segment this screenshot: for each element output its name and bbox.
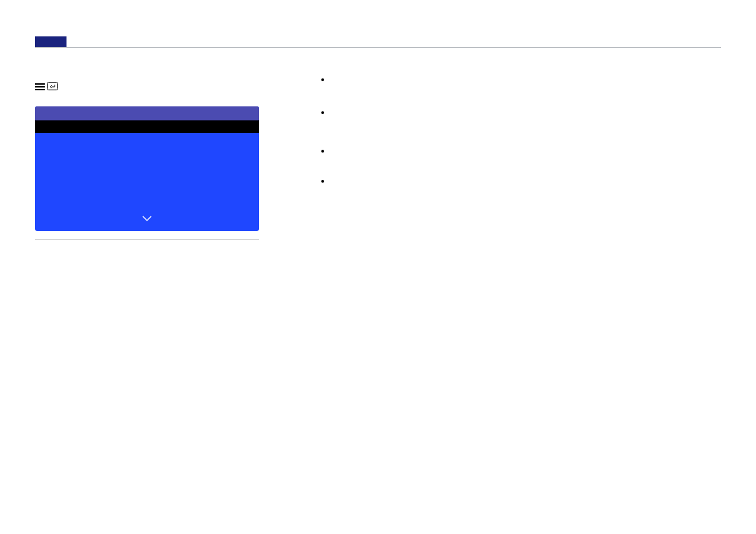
settings-row-game-mode[interactable] bbox=[35, 133, 259, 146]
chevron-down-icon bbox=[142, 211, 152, 223]
option-line-max-energy bbox=[321, 73, 721, 81]
option-line-safety-lock bbox=[321, 175, 721, 183]
option-line-game-mode bbox=[321, 106, 721, 114]
option-line-auto-power bbox=[321, 145, 721, 153]
menu-icon bbox=[35, 83, 45, 92]
enter-icon bbox=[47, 82, 58, 92]
breadcrumb bbox=[35, 82, 259, 92]
bullet-icon bbox=[321, 78, 324, 81]
settings-row-network-standby[interactable] bbox=[35, 196, 259, 209]
bullet-icon bbox=[321, 180, 324, 183]
settings-panel-title bbox=[35, 106, 259, 120]
svg-rect-2 bbox=[35, 89, 45, 90]
svg-rect-3 bbox=[48, 83, 58, 90]
header-notch bbox=[35, 36, 66, 47]
bullet-icon bbox=[321, 150, 324, 153]
bullet-icon bbox=[321, 111, 324, 114]
settings-row-max-energy[interactable] bbox=[35, 120, 259, 133]
svg-rect-1 bbox=[35, 86, 45, 87]
settings-row-auto-power[interactable] bbox=[35, 146, 259, 158]
settings-scroll-down[interactable] bbox=[35, 209, 259, 231]
settings-panel bbox=[35, 106, 259, 231]
header-rule bbox=[35, 47, 721, 48]
settings-row-safety-lock[interactable] bbox=[35, 158, 259, 171]
settings-row-button-lock[interactable] bbox=[35, 171, 259, 183]
svg-rect-0 bbox=[35, 83, 45, 85]
settings-row-standby-control[interactable] bbox=[35, 183, 259, 196]
left-divider bbox=[35, 239, 259, 240]
